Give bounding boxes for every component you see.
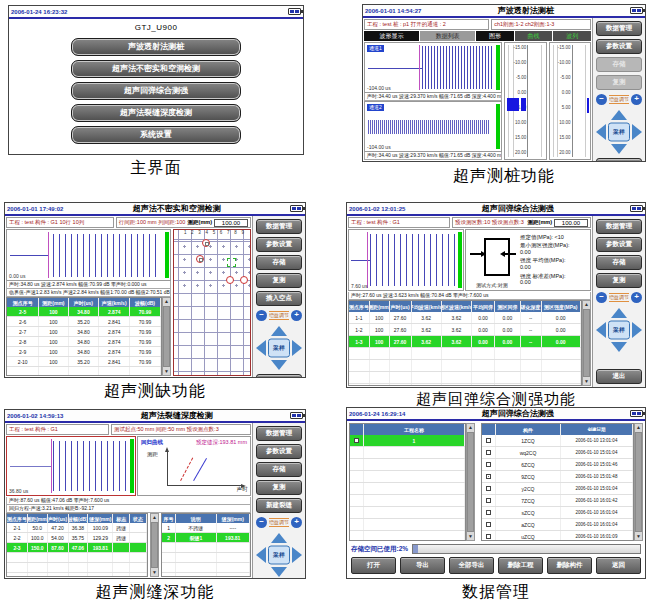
row-checkbox[interactable] — [486, 510, 491, 515]
tab-wave-train[interactable]: 波列 — [553, 31, 591, 41]
decrease-button[interactable]: − — [256, 517, 267, 528]
save-button[interactable]: 存储 — [596, 255, 642, 270]
menu-button[interactable]: 超声回弹综合测强 — [71, 82, 241, 100]
data-manage-button[interactable]: 数据管理 — [256, 219, 302, 234]
table-row[interactable]: 1-210027.603.623.620.000.00--0.00 — [349, 324, 581, 336]
up-arrow-button[interactable] — [611, 110, 627, 120]
table-row[interactable]: 1-310027.603.623.620.000.00--0.00 — [349, 336, 581, 348]
table-row[interactable]: 1ZCQ2006-01-10 13:01:04 — [482, 435, 633, 447]
down-arrow-button[interactable] — [271, 360, 287, 370]
table-row[interactable]: 2裂缝1193.81 — [162, 533, 250, 543]
right-arrow-button[interactable] — [632, 322, 642, 338]
exit-button[interactable]: 退出 — [596, 158, 642, 162]
right-arrow-button[interactable] — [292, 547, 302, 563]
increase-button[interactable]: + — [631, 94, 642, 105]
left-arrow-button[interactable] — [256, 340, 266, 356]
save-button[interactable]: 存储 — [256, 462, 302, 477]
insert-empty-point-button[interactable]: 插入空点 — [256, 291, 302, 306]
scroll-thumb[interactable] — [467, 432, 474, 532]
new-crack-button[interactable]: 新建裂缝 — [256, 498, 302, 513]
up-arrow-button[interactable] — [611, 308, 627, 318]
decrease-button[interactable]: − — [596, 94, 607, 105]
parameter-settings-button[interactable]: 参数设置 — [596, 237, 642, 252]
down-arrow-button[interactable] — [271, 567, 287, 577]
left-arrow-button[interactable] — [596, 322, 606, 338]
menu-button[interactable]: 超声法裂缝深度检测 — [71, 104, 241, 122]
row-checkbox[interactable] — [486, 498, 491, 503]
table-row[interactable]: 6ZCQ2006-01-10 15:01:46 — [482, 459, 633, 471]
retest-button[interactable]: 复测 — [596, 75, 642, 90]
increase-button[interactable]: + — [291, 517, 302, 528]
range-input[interactable]: 100.00 — [214, 219, 248, 227]
save-button[interactable]: 存储 — [596, 57, 642, 72]
table-row[interactable]: 2-150.047.2036.38100.09跨缝 — [7, 523, 147, 533]
row-checkbox[interactable] — [486, 486, 491, 491]
tab-graph[interactable]: 图形 — [476, 31, 514, 41]
parameter-settings-button[interactable]: 参数设置 — [596, 39, 642, 54]
table-row[interactable]: 2-3150.087.6047.06193.81 — [7, 543, 147, 553]
row-checkbox[interactable] — [486, 450, 491, 455]
scroll-down-icon[interactable]: ▼ — [636, 533, 641, 540]
scroll-thumb[interactable] — [163, 306, 170, 367]
table-row[interactable]: 7ZCQ2006-01-10 16:01:42 — [482, 495, 633, 507]
table-row[interactable]: 1 — [350, 435, 465, 447]
decrease-button[interactable]: − — [596, 292, 607, 303]
retest-button[interactable]: 复测 — [596, 273, 642, 288]
tab-data-list[interactable]: 数据列表 — [420, 31, 475, 41]
retest-button[interactable]: 复测 — [256, 273, 302, 288]
up-arrow-button[interactable] — [271, 533, 287, 543]
scroll-thumb[interactable] — [635, 432, 642, 532]
down-arrow-button[interactable] — [611, 342, 627, 352]
table-row[interactable]: sZCQ2006-01-10 16:01:04 — [482, 507, 633, 519]
table-row[interactable]: y2CQ2006-01-10 15:01:04 — [482, 483, 633, 495]
menu-button[interactable]: 系统设置 — [71, 126, 241, 144]
exit-button[interactable]: 退出 — [596, 369, 642, 384]
row-checkbox[interactable] — [486, 534, 491, 539]
action-button[interactable]: 打开 — [351, 557, 396, 574]
scroll-up-icon[interactable]: ▲ — [152, 514, 157, 521]
scroll-up-icon[interactable]: ▲ — [584, 301, 589, 308]
table-row[interactable]: 9ZCQ2006-01-10 15:01:48 — [482, 471, 633, 483]
scroll-thumb[interactable] — [151, 522, 158, 568]
table-row[interactable]: wq2CQ2006-01-10 15:01:04 — [482, 447, 633, 459]
up-arrow-button[interactable] — [271, 326, 287, 336]
menu-button[interactable]: 超声法不密实和空洞检测 — [71, 60, 241, 78]
action-button[interactable]: 全部导出 — [449, 557, 494, 574]
table-row[interactable]: 2-710034.802.87470.99 — [7, 327, 161, 337]
menu-button[interactable]: 声波透射法测桩 — [71, 38, 241, 56]
increase-button[interactable]: + — [631, 292, 642, 303]
table-row[interactable]: uZCQ2006-01-10 16:01:09 — [482, 531, 633, 541]
scroll-up-icon[interactable]: ▲ — [468, 424, 473, 431]
row-checkbox[interactable] — [486, 522, 491, 527]
left-arrow-button[interactable] — [256, 547, 266, 563]
table-row[interactable]: 2-510034.802.87470.99 — [7, 307, 161, 317]
sample-button[interactable]: 采样 — [268, 339, 290, 358]
table-row[interactable]: 2-1010035.202.84170.99 — [7, 357, 161, 367]
row-checkbox[interactable] — [486, 438, 491, 443]
scroll-up-icon[interactable]: ▲ — [164, 298, 169, 305]
data-manage-button[interactable]: 数据管理 — [256, 426, 302, 441]
action-button[interactable]: 导出 — [400, 557, 445, 574]
row-checkbox[interactable] — [486, 462, 491, 467]
increase-button[interactable]: + — [291, 310, 302, 321]
scroll-down-icon[interactable]: ▼ — [468, 533, 473, 540]
tab-curve[interactable]: 曲线 — [515, 31, 553, 41]
sample-button[interactable]: 采样 — [608, 321, 630, 340]
data-manage-button[interactable]: 数据管理 — [596, 219, 642, 234]
table-row[interactable]: 2-2100.054.0035.75129.29跨缝 — [7, 533, 147, 543]
down-arrow-button[interactable] — [611, 144, 627, 154]
parameter-settings-button[interactable]: 参数设置 — [256, 237, 302, 252]
decrease-button[interactable]: − — [256, 310, 267, 321]
scroll-down-icon[interactable]: ▼ — [584, 378, 589, 385]
scroll-thumb[interactable] — [583, 309, 590, 377]
table-row[interactable]: 1不跨缝---- — [162, 523, 250, 533]
row-checkbox[interactable] — [486, 474, 491, 479]
table-row[interactable]: 2-910034.802.87470.99 — [7, 347, 161, 357]
row-checkbox[interactable] — [354, 438, 359, 443]
action-button[interactable]: 删除工程 — [498, 557, 543, 574]
right-arrow-button[interactable] — [292, 340, 302, 356]
right-arrow-button[interactable] — [632, 124, 642, 140]
exit-button[interactable]: 退出 — [256, 374, 302, 378]
action-button[interactable]: 返回 — [596, 557, 641, 574]
table-row[interactable]: 2-810034.802.87470.99 — [7, 337, 161, 347]
